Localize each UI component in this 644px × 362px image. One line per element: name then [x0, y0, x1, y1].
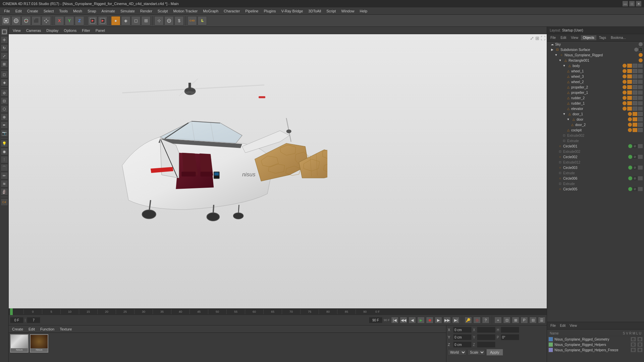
- menu-sculpt[interactable]: Sculpt: [155, 8, 171, 14]
- rect-vis-dot[interactable]: [639, 58, 643, 62]
- render-queue-button[interactable]: [98, 16, 107, 25]
- polygons-mode-button[interactable]: ◻: [131, 16, 141, 25]
- ol-item-sky[interactable]: ☁ Sky: [547, 42, 644, 47]
- viewport[interactable]: ⤢ ⊞ ⛶: [9, 34, 547, 308]
- python-button[interactable]: 🐍: [198, 16, 207, 25]
- lt-select-button[interactable]: [1, 28, 8, 36]
- subdiv-vis-dot[interactable]: [634, 48, 638, 52]
- tab-view[interactable]: View: [10, 28, 23, 33]
- menu-animate[interactable]: Animate: [99, 8, 118, 14]
- play-button[interactable]: ▶: [417, 317, 425, 323]
- menu-motion-tracker[interactable]: Motion Tracker: [170, 8, 200, 14]
- lt-rotate-button[interactable]: ↻: [1, 44, 8, 52]
- cinema4d-logo-button[interactable]: C4D: [187, 16, 197, 25]
- lt-polygon-button[interactable]: ◻: [1, 71, 8, 78]
- ol-item-wheel1[interactable]: △ wheel_1: [547, 68, 644, 74]
- p2-vis-dot[interactable]: [623, 85, 627, 89]
- rtab-bookmarks[interactable]: Bookma...: [609, 35, 628, 40]
- texture-mode-button[interactable]: [11, 16, 21, 25]
- lt-hair-button[interactable]: ≋: [1, 180, 8, 187]
- ol-item-wheel2[interactable]: △ wheel_2: [547, 79, 644, 84]
- menu-script[interactable]: Script: [324, 8, 338, 14]
- ol-item-wheel3[interactable]: △ wheel_3: [547, 74, 644, 79]
- coord-y-size[interactable]: [477, 334, 495, 340]
- ol-item-nisus[interactable]: ▼ ○ Nisus_Gyroplane_Rigged: [547, 52, 644, 58]
- rb-tab-file[interactable]: File: [548, 323, 558, 328]
- render-active-view-button[interactable]: [88, 16, 97, 25]
- jump-end-button[interactable]: ▶|: [452, 317, 460, 323]
- rtab-view[interactable]: View: [569, 35, 580, 40]
- menu-select[interactable]: Select: [41, 8, 57, 14]
- d1-vis-dot[interactable]: [628, 112, 632, 116]
- key-button[interactable]: 🔑: [465, 317, 472, 323]
- jump-start-button[interactable]: |◀: [391, 317, 398, 323]
- lt-sculpt-button[interactable]: 🗿: [1, 188, 8, 195]
- cockpit-vis-dot[interactable]: [628, 128, 632, 132]
- timeline-position-marker[interactable]: [10, 308, 13, 315]
- ol-item-circle003[interactable]: ○ Circle003 ⊘: [547, 165, 644, 170]
- subdiv-check[interactable]: ✓: [639, 48, 643, 52]
- timeline-mode-1[interactable]: ⊡: [503, 317, 511, 323]
- c006-vis-dot[interactable]: [628, 176, 632, 180]
- tab-cameras[interactable]: Cameras: [23, 28, 44, 33]
- c002-vis-dot[interactable]: [628, 155, 632, 159]
- y-axis-button[interactable]: Y: [65, 16, 74, 25]
- ol-item-extrude-d[interactable]: ⊡ Extrude: [547, 181, 644, 186]
- rtab-tags[interactable]: Tags: [597, 35, 608, 40]
- menu-plugins[interactable]: Plugins: [261, 8, 278, 14]
- coord-x-size[interactable]: [477, 327, 495, 333]
- coord-z-size[interactable]: [477, 342, 495, 348]
- ol-item-rect001[interactable]: ▼ △ Rectangle001: [547, 58, 644, 63]
- menu-simulate[interactable]: Simulate: [118, 8, 138, 14]
- menu-mesh[interactable]: Mesh: [70, 8, 85, 14]
- ol-item-extrudea[interactable]: ⊡ Extrude: [547, 138, 644, 143]
- material-swatch-nisus-fabric[interactable]: Nisus: [30, 334, 48, 353]
- timeline-mode-5[interactable]: ☰: [538, 317, 545, 323]
- coord-h-val[interactable]: [501, 327, 519, 333]
- expand-icon[interactable]: ⤢: [530, 36, 534, 41]
- ol-item-circle006[interactable]: ○ Circle006 ⊘: [547, 176, 644, 181]
- nisus-expand-icon[interactable]: ▼: [554, 53, 558, 57]
- next-frame-button[interactable]: ▶: [435, 317, 442, 323]
- menu-character[interactable]: Character: [221, 8, 243, 14]
- ol-item-door[interactable]: ▼ △ door: [547, 117, 644, 122]
- tab-display[interactable]: Display: [44, 28, 61, 33]
- freeze-btn1[interactable]: ⊡: [631, 348, 636, 352]
- record-button[interactable]: ⏺: [426, 317, 433, 323]
- lt-light-button[interactable]: 💡: [1, 140, 8, 147]
- mat-function[interactable]: Function: [38, 326, 56, 332]
- coord-y-pos[interactable]: [453, 334, 472, 340]
- lt-camera-button[interactable]: 📷: [1, 129, 8, 137]
- ol-item-circle005[interactable]: ○ Circle005 ⊘: [547, 186, 644, 192]
- lt-scale-button[interactable]: ⤢: [1, 52, 8, 60]
- lt-c4d-button[interactable]: C4: [1, 198, 8, 206]
- rtab-objects[interactable]: Objects: [581, 35, 596, 40]
- lt-knife-button[interactable]: ⊘: [1, 89, 8, 97]
- lt-transform-button[interactable]: ⊞: [1, 60, 8, 68]
- subdiv-expand-icon[interactable]: ▶: [550, 48, 554, 52]
- end-frame-field[interactable]: [369, 317, 382, 323]
- menu-edit[interactable]: Edit: [13, 8, 24, 14]
- fullscreen-icon[interactable]: ⛶: [541, 36, 545, 41]
- tab-panel[interactable]: Panel: [93, 28, 108, 33]
- snap-button[interactable]: [164, 16, 174, 25]
- nisus-vis-dot[interactable]: [639, 53, 643, 57]
- edges-mode-button[interactable]: ◈: [121, 16, 130, 25]
- timeline-mode-2[interactable]: ⊞: [512, 317, 519, 323]
- add-track-button[interactable]: +: [494, 317, 502, 323]
- lt-spline-button[interactable]: ⌒: [1, 164, 8, 171]
- solo-button[interactable]: $: [174, 16, 184, 25]
- fps-field[interactable]: [27, 317, 40, 323]
- rtab-edit[interactable]: Edit: [558, 35, 568, 40]
- ol-item-extrude002a[interactable]: ⊡ Extrude002: [547, 133, 644, 138]
- current-frame-field[interactable]: [10, 317, 23, 323]
- ol-item-elevator[interactable]: △ elevator: [547, 106, 644, 111]
- helpers-btn1[interactable]: ⊡: [631, 342, 636, 347]
- layout-icon[interactable]: ⊞: [535, 36, 539, 41]
- model-mode-button[interactable]: [1, 16, 11, 25]
- uv-mode-button[interactable]: ⊞: [141, 16, 151, 25]
- lt-move-button[interactable]: ✛: [1, 36, 8, 44]
- geo-btn1[interactable]: ⊡: [631, 337, 636, 342]
- r1-vis-dot[interactable]: [623, 101, 627, 105]
- mat-texture[interactable]: Texture: [58, 326, 74, 332]
